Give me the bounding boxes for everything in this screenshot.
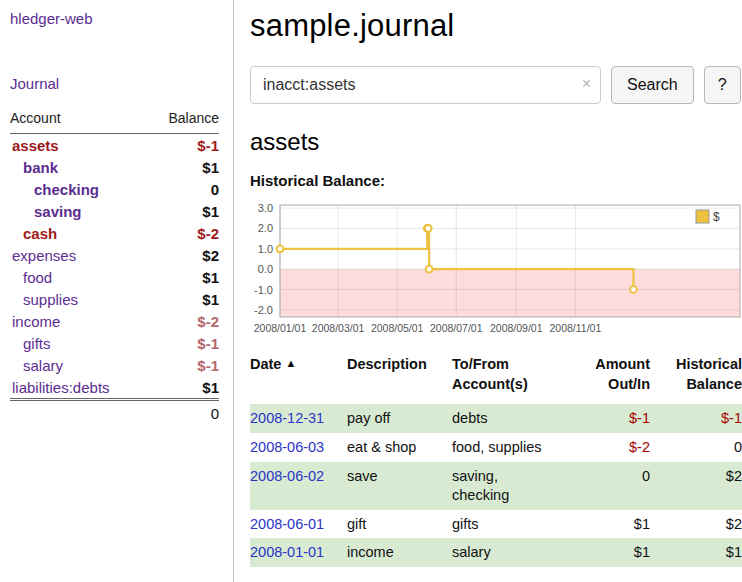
account-row: bank$1: [10, 156, 219, 178]
transaction-date-link[interactable]: 2008-06-02: [250, 468, 324, 484]
search-form: × Search ?: [250, 66, 742, 104]
transaction-accounts: salary: [452, 538, 560, 567]
x-tick-label: 2008/01/01: [254, 322, 307, 334]
account-link-liabilities:debts[interactable]: liabilities:debts: [10, 376, 149, 400]
register-header-description: Description: [347, 355, 452, 404]
y-tick-label: 1.0: [258, 243, 273, 255]
accounts-total-row: 0: [10, 400, 219, 427]
account-balance: $-2: [149, 222, 219, 244]
transaction-date-cell: 2008-06-03: [250, 433, 347, 462]
account-row: supplies$1: [10, 288, 219, 310]
account-link-bank[interactable]: bank: [10, 156, 149, 178]
transaction-description: save: [347, 462, 452, 510]
register-row: 2008-01-01incomesalary$1$1: [250, 538, 742, 567]
transaction-balance: $-1: [650, 404, 742, 433]
account-link-expenses[interactable]: expenses: [10, 244, 149, 266]
transaction-date-link[interactable]: 2008-12-31: [250, 410, 324, 426]
register-row: 2008-06-03eat & shopfood, supplies$-20: [250, 433, 742, 462]
transaction-amount: $1: [560, 538, 650, 567]
main-content: sample.journal × Search ? assets Histori…: [234, 0, 742, 582]
sidebar-item-journal[interactable]: Journal: [10, 75, 59, 92]
account-link-gifts[interactable]: gifts: [10, 332, 149, 354]
x-tick-label: 2008/09/01: [490, 322, 543, 334]
search-button[interactable]: Search: [611, 66, 694, 104]
account-row: cash$-2: [10, 222, 219, 244]
account-row: liabilities:debts$1: [10, 376, 219, 400]
account-row: assets$-1: [10, 134, 219, 157]
y-tick-label: -1.0: [254, 284, 273, 296]
account-balance: $-2: [149, 310, 219, 332]
account-link-income[interactable]: income: [10, 310, 149, 332]
account-row: salary$-1: [10, 354, 219, 376]
transaction-description: pay off: [347, 404, 452, 433]
transaction-date-link[interactable]: 2008-06-03: [250, 439, 324, 455]
transaction-date-cell: 2008-12-31: [250, 404, 347, 433]
transaction-balance: $2: [650, 510, 742, 539]
transaction-date-link[interactable]: 2008-06-01: [250, 516, 324, 532]
transaction-balance: 0: [650, 433, 742, 462]
account-link-salary[interactable]: salary: [10, 354, 149, 376]
transaction-date-link[interactable]: 2008-01-01: [250, 544, 324, 560]
help-button[interactable]: ?: [704, 66, 741, 104]
register-header-row: Date ▲ Description To/From Account(s) Am…: [250, 355, 742, 404]
account-row: saving$1: [10, 200, 219, 222]
account-balance: $1: [149, 266, 219, 288]
account-link-saving[interactable]: saving: [10, 200, 149, 222]
register-row: 2008-12-31pay offdebts$-1$-1: [250, 404, 742, 433]
transaction-accounts: gifts: [452, 510, 560, 539]
accounts-table: Account Balance assets$-1bank$1checking0…: [10, 104, 219, 426]
transaction-amount: $1: [560, 510, 650, 539]
search-input[interactable]: [250, 66, 601, 104]
legend-label: $: [713, 210, 720, 224]
account-link-checking[interactable]: checking: [10, 178, 149, 200]
account-balance: $2: [149, 244, 219, 266]
transaction-accounts: food, supplies: [452, 433, 560, 462]
account-link-supplies[interactable]: supplies: [10, 288, 149, 310]
register-row: 2008-06-02savesaving, checking0$2: [250, 462, 742, 510]
chart-heading: Historical Balance:: [250, 172, 742, 189]
sort-ascending-icon: ▲: [285, 357, 296, 369]
account-row: expenses$2: [10, 244, 219, 266]
transaction-accounts: debts: [452, 404, 560, 433]
account-link-food[interactable]: food: [10, 266, 149, 288]
account-balance: $1: [149, 376, 219, 400]
clear-search-icon[interactable]: ×: [582, 76, 591, 92]
x-tick-label: 2008/11/01: [549, 322, 601, 334]
page-title: sample.journal: [250, 8, 742, 44]
register-header-date[interactable]: Date ▲: [250, 355, 347, 404]
account-link-cash[interactable]: cash: [10, 222, 149, 244]
y-tick-label: 0.0: [258, 263, 273, 275]
transaction-balance: $1: [650, 538, 742, 567]
transaction-amount: 0: [560, 462, 650, 510]
x-tick-label: 2008/05/01: [371, 322, 424, 334]
register-row: 2008-06-01giftgifts$1$2: [250, 510, 742, 539]
transaction-date-cell: 2008-06-02: [250, 462, 347, 510]
brand-link[interactable]: hledger-web: [10, 10, 93, 27]
account-balance: $-1: [149, 354, 219, 376]
data-point: [425, 225, 432, 232]
account-row: checking0: [10, 178, 219, 200]
account-heading: assets: [250, 128, 742, 156]
transaction-amount: $-2: [560, 433, 650, 462]
account-balance: $1: [149, 156, 219, 178]
x-tick-label: 2008/07/01: [430, 322, 483, 334]
accounts-header-balance: Balance: [149, 104, 219, 134]
accounts-total: 0: [10, 400, 219, 427]
account-link-assets[interactable]: assets: [10, 134, 149, 157]
account-balance: $1: [149, 200, 219, 222]
data-point: [630, 286, 637, 293]
account-row: food$1: [10, 266, 219, 288]
transaction-description: income: [347, 538, 452, 567]
accounts-header-row: Account Balance: [10, 104, 219, 134]
y-tick-label: 3.0: [258, 202, 273, 214]
account-balance: $-1: [149, 332, 219, 354]
sidebar: hledger-web Journal Account Balance asse…: [0, 0, 234, 582]
y-tick-label: -2.0: [254, 304, 273, 316]
transaction-description: eat & shop: [347, 433, 452, 462]
account-balance: $-1: [149, 134, 219, 157]
account-row: gifts$-1: [10, 332, 219, 354]
x-tick-label: 2008/03/01: [312, 322, 365, 334]
transaction-balance: $2: [650, 462, 742, 510]
transaction-date-cell: 2008-06-01: [250, 510, 347, 539]
transaction-description: gift: [347, 510, 452, 539]
